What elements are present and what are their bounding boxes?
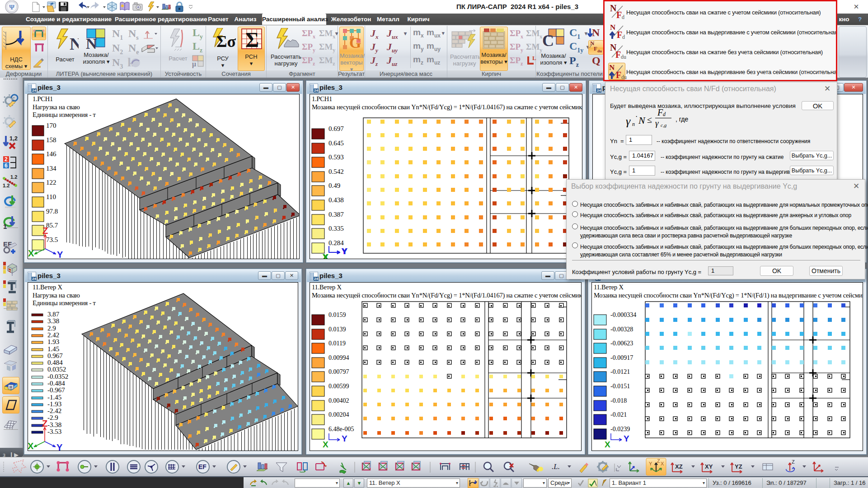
svg-text:0.00204: 0.00204: [328, 411, 349, 418]
svg-text:0.335: 0.335: [328, 225, 344, 232]
svg-text:-0.484: -0.484: [47, 380, 65, 387]
svg-text:1.45: 1.45: [47, 345, 59, 353]
svg-text:-0.0239: -0.0239: [610, 426, 630, 432]
svg-text:3.38: 3.38: [47, 317, 59, 325]
svg-text:-2.42: -2.42: [47, 407, 61, 414]
svg-text:N: N: [86, 35, 97, 50]
svg-text:Z: Z: [657, 458, 660, 464]
svg-text:0.484: 0.484: [47, 359, 63, 366]
svg-text:1.93: 1.93: [47, 338, 59, 345]
svg-text:0.645: 0.645: [328, 139, 344, 147]
svg-text:X: X: [28, 248, 34, 258]
svg-text:L: L: [532, 56, 536, 61]
svg-text:Y: Y: [342, 246, 347, 256]
svg-text:Z: Z: [42, 226, 48, 236]
svg-text:X: X: [28, 441, 34, 451]
svg-text:146: 146: [46, 150, 56, 158]
svg-text:-3.38: -3.38: [47, 421, 61, 428]
svg-text:0.593: 0.593: [328, 153, 344, 161]
svg-text:du: du: [621, 54, 626, 60]
svg-text:134: 134: [46, 165, 56, 172]
svg-text:d: d: [622, 34, 625, 40]
svg-text:.L.: .L.: [552, 462, 560, 471]
svg-text:1.2: 1.2: [3, 183, 9, 188]
svg-text:1: 1: [3, 223, 7, 230]
svg-text:G: G: [349, 34, 361, 51]
svg-text:Y: Y: [57, 250, 63, 259]
svg-text:Σ: Σ: [245, 28, 259, 51]
svg-text:2: 2: [5, 156, 8, 163]
svg-text:73.5: 73.5: [46, 236, 58, 243]
svg-text:-0.967: -0.967: [47, 386, 65, 394]
svg-text:Σσ: Σσ: [216, 33, 236, 51]
svg-text:EF: EF: [198, 463, 206, 470]
svg-text:0.967: 0.967: [47, 352, 63, 359]
svg-text:6.48e-005: 6.48e-005: [328, 426, 354, 432]
svg-text:-0.00917: -0.00917: [610, 354, 633, 361]
svg-text:F: F: [617, 30, 622, 40]
svg-text:X: X: [605, 440, 610, 449]
svg-text:-0.021: -0.021: [610, 411, 627, 418]
svg-text:-0.0121: -0.0121: [610, 368, 630, 375]
svg-text:-2.9: -2.9: [47, 414, 58, 421]
svg-text:X: X: [323, 440, 328, 449]
svg-text:0.00994: 0.00994: [328, 354, 349, 361]
svg-text:-0.00328: -0.00328: [610, 326, 633, 333]
svg-text:0.542: 0.542: [328, 168, 344, 175]
svg-text:μ: μ: [192, 60, 196, 68]
svg-text:170: 170: [46, 122, 56, 129]
svg-text:F: F: [616, 10, 622, 19]
svg-text:-0.0151: -0.0151: [610, 383, 630, 390]
svg-text:0.697: 0.697: [328, 125, 344, 132]
svg-text:N: N: [610, 23, 616, 32]
svg-text:N: N: [70, 34, 79, 53]
svg-text:Y: Y: [342, 434, 347, 443]
svg-text:XZ: XZ: [675, 463, 683, 470]
svg-text:-1.45: -1.45: [47, 394, 61, 401]
svg-text:X: X: [661, 461, 664, 466]
svg-text:N: N: [609, 64, 615, 72]
svg-text:0.00599: 0.00599: [328, 383, 349, 390]
svg-text:0.438: 0.438: [328, 196, 344, 204]
svg-text:3.87: 3.87: [47, 311, 60, 318]
svg-text:2.9: 2.9: [47, 325, 56, 332]
svg-text:97.8: 97.8: [46, 208, 58, 215]
svg-text:Z: Z: [792, 459, 795, 465]
svg-text:d: d: [622, 14, 624, 19]
svg-text:-3.53: -3.53: [47, 428, 61, 435]
svg-text:1.2: 1.2: [10, 174, 17, 180]
svg-text:6: 6: [5, 163, 8, 169]
svg-text:Z: Z: [42, 418, 47, 428]
svg-text:X: X: [323, 252, 328, 259]
svg-text:-0.0352: -0.0352: [47, 373, 68, 380]
svg-text:Y: Y: [649, 461, 652, 466]
svg-text:0.00402: 0.00402: [328, 397, 349, 404]
svg-text:0.0352: 0.0352: [47, 366, 66, 373]
svg-text:XY: XY: [705, 463, 713, 470]
svg-text:-0.00623: -0.00623: [610, 340, 633, 347]
svg-text:1,2: 1,2: [9, 135, 18, 142]
svg-text:YZ: YZ: [735, 463, 742, 470]
svg-text:0.00797: 0.00797: [328, 368, 349, 375]
svg-text:122: 122: [46, 179, 56, 186]
svg-text:0.0119: 0.0119: [328, 340, 346, 347]
svg-text:-0.018: -0.018: [610, 397, 627, 404]
svg-text:0.284: 0.284: [328, 239, 344, 246]
svg-text:0.0139: 0.0139: [328, 326, 346, 333]
svg-text:Y: Y: [624, 434, 629, 443]
svg-text:110: 110: [46, 193, 56, 200]
svg-text:158: 158: [46, 136, 56, 144]
svg-text:F: F: [615, 50, 621, 60]
svg-text:2.42: 2.42: [47, 331, 59, 339]
svg-text:0.0159: 0.0159: [328, 311, 346, 318]
svg-text:Ψ: Ψ: [9, 4, 14, 11]
svg-text:F: F: [616, 70, 621, 80]
svg-text:Y: Y: [56, 442, 63, 451]
svg-text:-0.000334: -0.000334: [610, 311, 636, 318]
svg-text:-1.93: -1.93: [47, 400, 61, 408]
svg-text:N: N: [610, 4, 617, 13]
svg-text:C: C: [542, 32, 554, 50]
svg-text:0.387: 0.387: [328, 211, 344, 218]
svg-text:0.49: 0.49: [328, 182, 340, 189]
